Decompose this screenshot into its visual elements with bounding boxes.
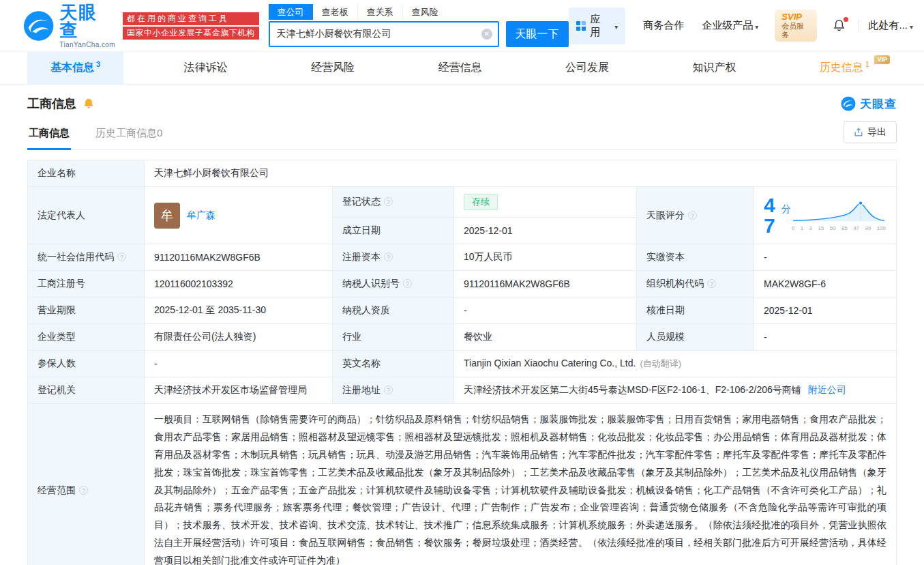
divider xyxy=(859,20,859,32)
search-type-tabs: 查公司 查老板 查关系 查风险 xyxy=(269,4,569,20)
company-name-value: 天津七鲜小厨餐饮有限公司 xyxy=(145,160,897,187)
status-badge: 存续 xyxy=(464,194,498,210)
search-tab-risk[interactable]: 查风险 xyxy=(402,4,447,20)
help-icon[interactable] xyxy=(79,486,88,495)
search-tab-company[interactable]: 查公司 xyxy=(269,4,313,20)
reg-number-value: 120116002103392 xyxy=(145,271,333,298)
notification-dot xyxy=(844,17,848,22)
business-term-label: 营业期限 xyxy=(28,298,145,324)
score-axis: 0131550859799100 xyxy=(791,225,886,231)
search-tab-boss[interactable]: 查老板 xyxy=(313,4,357,20)
tab-legal-proceedings[interactable]: 法律诉讼 xyxy=(161,52,251,84)
taxpayer-quality-value: - xyxy=(454,298,637,324)
chevron-down-icon xyxy=(753,20,758,31)
org-code-value: MAK2W8GF-6 xyxy=(754,271,897,298)
score-sparkline-chart: 0131550859799100 xyxy=(791,200,886,231)
tab-operating-risk[interactable]: 经营风险 xyxy=(288,52,378,84)
company-name-label: 企业名称 xyxy=(28,160,145,187)
taxpayer-id-value: 91120116MAK2W8GF6B xyxy=(454,271,637,298)
company-type-label: 企业类型 xyxy=(28,324,145,351)
paid-capital-value: - xyxy=(754,244,897,271)
table-row: 工商注册号 120116002103392 纳税人识别号 91120116MAK… xyxy=(28,271,897,298)
tab-operating-info[interactable]: 经营信息 xyxy=(415,52,505,84)
apps-grid-icon xyxy=(576,21,586,31)
auto-translate-note: (自动翻译) xyxy=(640,358,681,368)
slogan-line-2: 国家中小企业发展子基金旗下机构 xyxy=(123,27,259,40)
brand-slogan: 都在用的商业查询工具 国家中小企业发展子基金旗下机构 xyxy=(123,12,259,40)
help-icon[interactable] xyxy=(707,279,716,288)
credit-code-value: 91120116MAK2W8GF6B xyxy=(145,244,333,271)
svip-membership-button[interactable]: SVIP 会员服务 xyxy=(775,10,816,42)
industry-label: 行业 xyxy=(333,324,454,351)
insured-count-label: 参保人数 xyxy=(28,351,145,377)
tab-basic-info[interactable]: 基本信息3 xyxy=(27,52,123,84)
business-scope-label: 经营范围 xyxy=(28,404,145,565)
tianyancha-logo-icon xyxy=(841,96,856,111)
business-scope-value: 一般项目：互联网销售（除销售需要许可的商品）；针纺织品及原料销售；针纺织品销售；… xyxy=(145,404,897,565)
reg-authority-value: 天津经济技术开发区市场监督管理局 xyxy=(145,377,333,404)
tianyancha-logo[interactable]: 天眼查 TianYanCha.com xyxy=(23,3,116,48)
legal-rep-cell: 牟 牟广森 xyxy=(145,187,333,244)
help-icon[interactable] xyxy=(403,279,412,288)
english-name-value: Tianjin Qixian Xiaochu Catering Co., Ltd… xyxy=(454,351,897,377)
company-nav-tabs: 基本信息3 法律诉讼 经营风险 经营信息 公司发展 知识产权 历史信息1 VIP xyxy=(0,52,924,85)
industry-value: 餐饮业 xyxy=(454,324,637,351)
notifications-button[interactable] xyxy=(832,18,846,33)
enterprise-products-menu[interactable]: 企业级产品 xyxy=(702,19,758,32)
business-cooperation-link[interactable]: 商务合作 xyxy=(643,19,684,32)
search-input[interactable] xyxy=(269,21,499,47)
brand-name: 天眼查 xyxy=(59,3,116,39)
reg-status-label: 登记状态 xyxy=(333,187,454,218)
tab-history-info[interactable]: 历史信息1 VIP xyxy=(796,52,897,84)
insured-count-value: - xyxy=(145,351,333,377)
table-row: 营业期限 2025-12-01 至 2035-11-30 纳税人资质 - 核准日… xyxy=(28,298,897,324)
credit-code-label: 统一社会信用代码 xyxy=(28,244,145,271)
subscribe-bell-icon[interactable] xyxy=(83,98,95,110)
establish-date-value: 2025-12-01 xyxy=(454,218,637,244)
table-row: 统一社会信用代码 91120116MAK2W8GF6B 注册资本 10万人民币 … xyxy=(28,244,897,271)
apps-menu[interactable]: 应用 xyxy=(569,8,626,44)
help-icon[interactable] xyxy=(688,211,697,220)
help-icon[interactable] xyxy=(384,252,393,261)
help-icon[interactable] xyxy=(117,252,126,261)
table-row: 企业名称 天津七鲜小厨餐饮有限公司 xyxy=(28,160,897,187)
chevron-down-icon xyxy=(612,20,618,31)
business-info-section: 工商信息 天眼查 工商信息 历史工商信息0 导出 xyxy=(0,85,924,565)
nearby-companies-link[interactable]: 附近公司 xyxy=(808,384,846,395)
paid-capital-label: 实缴资本 xyxy=(637,244,754,271)
help-icon[interactable] xyxy=(384,386,393,394)
user-account-menu[interactable]: 此处有... xyxy=(868,19,913,32)
legal-rep-avatar[interactable]: 牟 xyxy=(154,203,180,229)
reg-address-value: 天津经济技术开发区第二大街45号泰达MSD-F区F2-106-1、F2-106-… xyxy=(454,377,897,404)
search-area: 查公司 查老板 查关系 查风险 天眼一下 xyxy=(269,4,569,47)
score-label: 天眼评分 xyxy=(637,187,754,244)
table-row: 法定代表人 牟 牟广森 登记状态 存续 天眼评分 47分 xyxy=(28,187,897,218)
slogan-line-1: 都在用的商业查询工具 xyxy=(123,12,259,25)
english-name-label: 英文名称 xyxy=(333,351,454,377)
legal-rep-link[interactable]: 牟广森 xyxy=(187,209,215,222)
reg-capital-label: 注册资本 xyxy=(333,244,454,271)
business-term-value: 2025-12-01 至 2035-11-30 xyxy=(145,298,333,324)
apps-label: 应用 xyxy=(591,13,608,39)
approval-date-label: 核准日期 xyxy=(637,298,754,324)
score-value: 47分 xyxy=(764,195,791,236)
help-icon[interactable] xyxy=(384,197,393,206)
reg-number-label: 工商注册号 xyxy=(28,271,145,298)
header: 天眼查 TianYanCha.com 都在用的商业查询工具 国家中小企业发展子基… xyxy=(0,0,924,52)
search-tab-relation[interactable]: 查关系 xyxy=(357,4,402,20)
clear-search-icon[interactable] xyxy=(481,29,492,40)
establish-date-label: 成立日期 xyxy=(333,218,454,244)
tab-badge: 1 xyxy=(865,60,869,68)
tab-intellectual-property[interactable]: 知识产权 xyxy=(669,52,759,84)
subtab-history-business-info[interactable]: 历史工商信息0 xyxy=(94,123,164,149)
search-button[interactable]: 天眼一下 xyxy=(506,21,569,47)
reg-status-value: 存续 xyxy=(454,187,637,218)
score-cell: 47分 0131550859799100 xyxy=(754,187,897,244)
export-button[interactable]: 导出 xyxy=(844,121,897,143)
tab-company-development[interactable]: 公司发展 xyxy=(542,52,632,84)
org-code-label: 组织机构代码 xyxy=(637,271,754,298)
approval-date-value: 2025-12-01 xyxy=(754,298,897,324)
subtab-business-info[interactable]: 工商信息 xyxy=(27,123,71,150)
company-type-value: 有限责任公司(法人独资) xyxy=(145,324,333,351)
svip-subtitle: 会员服务 xyxy=(781,22,809,40)
